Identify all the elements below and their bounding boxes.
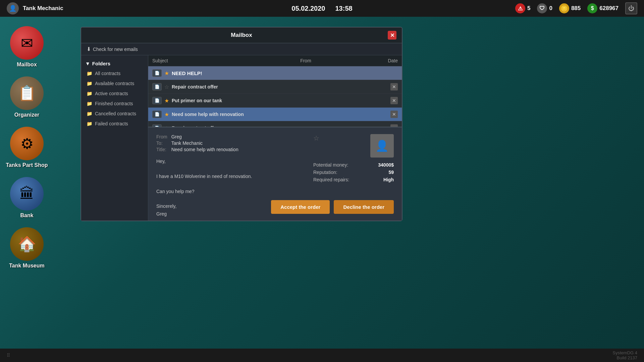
player-name: Tank Mechanic [23, 5, 63, 12]
preview-body-line1: Hey, [156, 158, 307, 165]
email-star-3[interactable]: ★ [164, 98, 169, 104]
folder-label-active: Active contracts [95, 91, 128, 96]
folder-icon-active: 📁 [87, 91, 92, 96]
topbar-left: 👤 Tank Mechanic [7, 2, 63, 14]
email-type-icon-2: 📄 [152, 83, 162, 90]
preview-body-line3: Can you help me? [156, 188, 307, 195]
email-row-3[interactable]: 📄 ★ Put primer on our tank ✕ [148, 94, 402, 108]
email-type-icon-4: 📄 [152, 111, 162, 118]
email-row-4[interactable]: 📄 ★ Need some help with renovation ✕ [148, 108, 402, 121]
header-from: From [275, 58, 336, 63]
email-close-5[interactable]: ✕ [390, 124, 398, 127]
folder-icon-all: 📁 [87, 71, 92, 76]
money-count: 628967 [599, 5, 619, 12]
email-type-icon-3: 📄 [152, 97, 162, 104]
chevron-down-icon: ▼ [85, 61, 90, 66]
folders-label: Folders [92, 61, 110, 66]
sidebar-label-bank: Bank [20, 213, 33, 219]
folder-label-failed: Failed contracts [95, 121, 128, 126]
email-row-1[interactable]: 📄 ★ NEED HELP! [148, 66, 402, 80]
preview-to-value: Tank Mechanic [171, 140, 307, 146]
check-emails-label: Check for new emails [93, 47, 138, 52]
folders-panel: ▼ Folders 📁 All contracts 📁 Available co… [81, 55, 148, 221]
email-subject-4: Need some help with renovation [172, 112, 390, 117]
email-close-4[interactable]: ✕ [390, 111, 398, 118]
mailbox-modal: Mailbox ✕ ⬇ Check for new emails ▼ Folde… [80, 27, 402, 221]
build-info: SystemDG 4 Build 2137 [612, 350, 637, 360]
alert-icon: ⚠ [515, 3, 525, 13]
email-type-icon-1: 📄 [152, 69, 162, 77]
sidebar-item-tanks-part-shop[interactable]: ⚙ Tanks Part Shop [3, 124, 50, 171]
modal-title: Mailbox [95, 32, 388, 39]
folder-label-all: All contracts [95, 71, 120, 76]
check-emails-button[interactable]: ⬇ Check for new emails [87, 46, 138, 52]
email-star-1[interactable]: ★ [164, 70, 169, 76]
header-date: Date [336, 58, 398, 63]
preview-avatar: 👤 [370, 134, 394, 158]
folder-cancelled-contracts[interactable]: 📁 Cancelled contracts [81, 109, 148, 119]
modal-titlebar: Mailbox ✕ [81, 27, 402, 43]
alert-count: 5 [527, 5, 530, 12]
preview-from-label: From [156, 134, 167, 139]
shield-stat: 🛡 0 [537, 3, 552, 13]
power-button[interactable]: ⏻ [625, 2, 637, 14]
decline-order-button[interactable]: Decline the order [334, 200, 394, 214]
sidebar-label-tanks-part-shop: Tanks Part Shop [6, 162, 48, 168]
date-display: 05.02.2020 [291, 5, 325, 12]
email-star-4[interactable]: ★ [164, 111, 169, 118]
folder-failed-contracts[interactable]: 📁 Failed contracts [81, 119, 148, 129]
money-icon: $ [587, 3, 597, 13]
build-name: SystemDG 4 [612, 350, 637, 355]
build-number: Build 2137 [612, 355, 637, 360]
organizer-icon: 📋 [10, 76, 44, 110]
dots-icon: ⠿ [7, 353, 11, 358]
preview-to-label: To: [156, 140, 167, 146]
email-close-2[interactable]: ✕ [390, 83, 398, 90]
sidebar-item-mailbox[interactable]: ✉ Mailbox [7, 23, 46, 70]
sidebar-item-organizer[interactable]: 📋 Organizer [7, 74, 46, 121]
shield-count: 0 [549, 5, 552, 12]
folder-label-finished: Finished contracts [95, 101, 133, 106]
folder-all-contracts[interactable]: 📁 All contracts [81, 68, 148, 78]
folder-icon-cancelled: 📁 [87, 111, 92, 116]
download-icon: ⬇ [87, 46, 91, 52]
preview-title-value: Need some help with renovation [171, 147, 307, 152]
coins-icon: 🪙 [559, 3, 569, 13]
folder-finished-contracts[interactable]: 📁 Finished contracts [81, 99, 148, 109]
email-subject-3: Put primer on our tank [172, 98, 390, 103]
sidebar-item-bank[interactable]: 🏛 Bank [7, 174, 46, 221]
folder-icon-failed: 📁 [87, 121, 92, 126]
reputation-label: Reputation: [313, 170, 337, 175]
required-repairs-value: High [383, 177, 394, 182]
sidebar-item-tank-museum[interactable]: 🏠 Tank Museum [6, 225, 47, 272]
accept-order-button[interactable]: Accept the order [271, 200, 330, 214]
coins-stat: 🪙 885 [559, 3, 581, 13]
folder-label-cancelled: Cancelled contracts [95, 111, 136, 116]
tank-museum-icon: 🏠 [10, 227, 44, 261]
email-row-5[interactable]: 📄 ☆ Repair contract offer ✕ [148, 121, 402, 127]
preview-body-line2: I have a M10 Wolverine in need of renova… [156, 173, 307, 180]
tanks-part-shop-icon: ⚙ [10, 127, 44, 160]
alert-stat: ⚠ 5 [515, 3, 530, 13]
required-repairs-label: Required repairs: [313, 177, 349, 182]
player-avatar: 👤 [7, 2, 19, 14]
potential-money-value: 34000$ [378, 162, 394, 168]
sidebar-label-mailbox: Mailbox [17, 62, 37, 68]
time-display: 13:58 [335, 5, 352, 12]
bottombar: ⠿ SystemDG 4 Build 2137 [0, 349, 644, 362]
email-preview: From Greg To: Tank Mechanic Title: Need … [148, 127, 402, 221]
potential-money-label: Potential money: [313, 162, 348, 168]
folders-header[interactable]: ▼ Folders [81, 59, 148, 68]
email-star-2[interactable]: ☆ [164, 84, 169, 90]
money-stat: $ 628967 [587, 3, 619, 13]
folder-available-contracts[interactable]: 📁 Available contracts [81, 78, 148, 88]
header-subject: Subject [152, 58, 275, 63]
email-close-3[interactable]: ✕ [390, 97, 398, 104]
modal-close-button[interactable]: ✕ [388, 31, 396, 40]
email-subject-1: NEED HELP! [172, 70, 398, 76]
modal-toolbar: ⬇ Check for new emails [81, 43, 402, 55]
preview-from-value: Greg [171, 134, 307, 139]
folder-active-contracts[interactable]: 📁 Active contracts [81, 88, 148, 99]
email-row-2[interactable]: 📄 ☆ Repair contract offer ✕ [148, 80, 402, 94]
preview-stats: Potential money: 34000$ Reputation: 59 R… [313, 162, 394, 182]
